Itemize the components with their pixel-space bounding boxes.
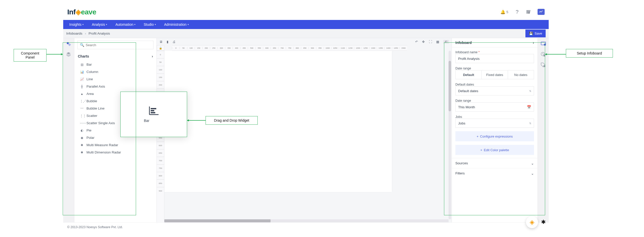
parallel-axis-icon: ╫ — [80, 85, 84, 88]
jobs-select[interactable]: Jobs ⇅ — [455, 119, 534, 128]
setup-header[interactable]: Infoboard › — [452, 38, 538, 47]
tag-settings-icon[interactable] — [541, 62, 546, 68]
callout-setup-infoboard: Setup Infoboard — [566, 49, 613, 58]
desktop-view-icon[interactable]: 🖥 — [159, 40, 163, 44]
setup-title: Infoboard — [455, 41, 472, 45]
accordion-label: Sources — [455, 161, 468, 165]
bell-icon: 🔔 — [500, 10, 505, 14]
logo-diamond-icon: ◈ — [76, 8, 81, 16]
default-dates-label: Default dates — [455, 83, 534, 86]
scatter-single-icon: ⋯⋯ — [80, 121, 84, 125]
copyright: © 2013-2023 Noesys Software Pvt. Ltd. — [67, 225, 123, 229]
svg-rect-0 — [527, 10, 527, 14]
bug-icon[interactable]: ✱ — [541, 219, 546, 225]
dashboard-settings-icon[interactable] — [541, 41, 546, 47]
canvas-toolbar: 🖥 ▮ 🖨 ↶ ✥ ⛶ ▦ 41 — [157, 38, 452, 45]
plus-icon: + — [477, 135, 479, 138]
chart-item-bar[interactable]: ▤Bar — [74, 61, 157, 68]
print-icon[interactable]: 🖨 — [172, 40, 176, 44]
fab-logo-icon[interactable]: ◈ — [526, 216, 538, 228]
nav-label: Studio — [144, 22, 154, 27]
search-input[interactable] — [77, 41, 153, 49]
chevron-down-icon: ▾ — [106, 23, 107, 26]
breadcrumb: Infoboards › Profit Analysis — [66, 32, 110, 35]
chart-item-line[interactable]: 📈Line — [74, 75, 157, 83]
nav-automation[interactable]: Automation▾ — [111, 22, 140, 27]
chart-label: Pie — [86, 128, 92, 132]
logo-suffix: eave — [81, 8, 96, 16]
nav-administration[interactable]: Administration▾ — [160, 22, 193, 27]
infoboard-name-input[interactable] — [455, 54, 534, 63]
svg-rect-12 — [151, 108, 156, 109]
select-value: This Month — [458, 105, 475, 109]
nav-analysis[interactable]: Analysis▾ — [88, 22, 111, 27]
nav-insights[interactable]: Insights▾ — [65, 22, 88, 27]
svg-point-9 — [543, 65, 545, 67]
canvas[interactable] — [164, 51, 452, 222]
polar-chart-icon: ◉ — [80, 136, 84, 140]
header-actions: 🔔 5 ? — [500, 9, 545, 15]
filters-accordion[interactable]: Filters ⌄ — [452, 168, 538, 178]
scrollbar-horizontal[interactable] — [164, 219, 449, 222]
breadcrumb-root[interactable]: Infoboards — [66, 32, 82, 35]
monitor-icon[interactable] — [538, 9, 545, 15]
scrollbar-vertical[interactable] — [449, 51, 451, 219]
seg-fixed[interactable]: Fixed dates — [482, 70, 508, 79]
scatter-chart-icon: ⋮⋮ — [80, 114, 84, 118]
calendar-icon: 📅 — [527, 105, 531, 109]
shapes-icon[interactable] — [66, 41, 72, 47]
select-value: Jobs — [458, 121, 465, 125]
fit-icon[interactable]: ✥ — [422, 40, 425, 44]
category-label: Charts — [78, 54, 89, 58]
logo[interactable]: Inf◈eave — [67, 8, 96, 16]
bar-chart-icon: ▤ — [80, 63, 84, 66]
fullscreen-icon[interactable]: ⛶ — [429, 40, 432, 44]
canvas-sheet[interactable] — [164, 51, 392, 192]
seg-default[interactable]: Default — [456, 70, 482, 79]
chevron-right-icon: › — [152, 54, 153, 58]
radar-icon: ✱ — [80, 151, 84, 154]
chart-label: Column — [86, 70, 98, 74]
save-button[interactable]: 💾 Save — [525, 30, 546, 37]
undo-icon[interactable]: ↶ — [415, 40, 418, 44]
sources-accordion[interactable]: Sources ⌄ — [452, 158, 538, 168]
mobile-view-icon[interactable]: ▮ — [167, 40, 168, 44]
date-range-picker[interactable]: This Month 📅 — [455, 102, 534, 112]
zoom-label[interactable]: 41 — [443, 40, 449, 44]
drag-widget-preview[interactable]: Bar — [120, 92, 187, 137]
default-dates-select[interactable]: Default dates ⇅ — [455, 86, 534, 95]
chevron-right-icon: › — [533, 41, 534, 45]
help-icon[interactable]: ? — [514, 9, 520, 15]
chart-label: Scatter — [86, 114, 97, 118]
chart-item-parallel-axis[interactable]: ╫Parallel Axis — [74, 83, 157, 90]
notifications-button[interactable]: 🔔 5 — [500, 10, 508, 14]
breadcrumb-bar: Infoboards › Profit Analysis 💾 Save — [63, 29, 549, 38]
nav-label: Administration — [164, 22, 187, 27]
bar-chart-icon — [148, 106, 159, 115]
chart-item-radar-measure[interactable]: ✱Multi Measure Radar — [74, 141, 157, 149]
charts-category-header[interactable]: Charts › — [74, 52, 157, 61]
library-icon[interactable] — [526, 9, 531, 15]
action-label: Configure expressions — [480, 135, 513, 138]
layers-icon[interactable] — [66, 52, 72, 57]
drag-widget-label: Bar — [144, 119, 149, 123]
configure-expressions-button[interactable]: + Configure expressions — [455, 131, 534, 141]
nav-label: Automation — [115, 22, 133, 27]
grid-icon[interactable]: ▦ — [436, 40, 439, 44]
svg-rect-14 — [151, 112, 155, 113]
edit-color-palette-button[interactable]: + Edit Color palette — [455, 145, 534, 155]
ruler-lock-icon[interactable]: 🔒 — [157, 45, 164, 51]
chart-item-radar-dimension[interactable]: ✱Multi Dimension Radar — [74, 149, 157, 156]
arrow-icon — [47, 54, 63, 55]
chevron-down-icon: ▾ — [155, 23, 156, 26]
save-icon: 💾 — [529, 32, 533, 35]
svg-point-6 — [544, 44, 546, 46]
chart-label: Multi Dimension Radar — [86, 150, 121, 154]
area-chart-icon: ▲ — [80, 92, 84, 96]
chart-item-column[interactable]: 📊Column — [74, 68, 157, 75]
seg-none[interactable]: No dates — [508, 70, 534, 79]
nav-studio[interactable]: Studio▾ — [140, 22, 160, 27]
chevron-down-icon: ⌄ — [531, 161, 534, 165]
chart-label: Polar — [86, 136, 95, 140]
name-field-label: Infoboard name * — [455, 50, 534, 54]
